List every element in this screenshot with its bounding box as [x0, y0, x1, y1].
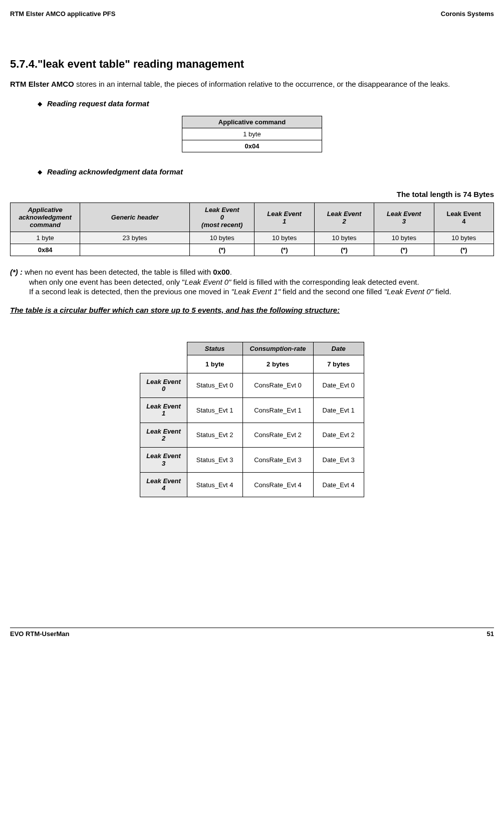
intro-rest: stores in an internal table, the pieces … [74, 80, 450, 88]
note-p1c: . [230, 268, 232, 276]
t2-s6: 10 bytes [434, 232, 493, 244]
t3-r4-c2: ConsRate_Evt 4 [242, 472, 313, 497]
t2-v2: (*) [190, 244, 255, 256]
t3-r2-c3: Date_Evt 2 [313, 423, 364, 448]
t2-h3: Leak Event1 [255, 203, 314, 232]
t2-v0: 0x84 [11, 244, 80, 256]
t3-r1-c3: Date_Evt 1 [313, 398, 364, 423]
t3-r0-c3: Date_Evt 0 [313, 373, 364, 398]
note-block: (*) : when no event has been detected, t… [10, 267, 494, 297]
t3-r2-label: Leak Event2 [140, 423, 187, 448]
length-note: The total length is 74 Bytes [10, 190, 494, 198]
t2-v6: (*) [434, 244, 493, 256]
t2-h1: Generic header [80, 203, 190, 232]
t2-v5: (*) [374, 244, 434, 256]
table-row: Leak Event3 Status_Evt 3 ConsRate_Evt 3 … [140, 448, 364, 473]
t3-r1-label: Leak Event1 [140, 398, 187, 423]
table1-header: Applicative command [182, 116, 322, 128]
table-row: Leak Event1 Status_Evt 1 ConsRate_Evt 1 … [140, 398, 364, 423]
bullet-1: ◆ Reading request data format [38, 99, 494, 108]
t2-s5: 10 bytes [374, 232, 434, 244]
footer-right: 51 [487, 630, 494, 638]
t3-sz0: 1 byte [187, 355, 242, 373]
t3-r1-c1: Status_Evt 1 [187, 398, 242, 423]
t2-v1 [80, 244, 190, 256]
t3-r3-label: Leak Event3 [140, 448, 187, 473]
t3-ch2: Date [313, 342, 364, 355]
t2-h4: Leak Event2 [314, 203, 374, 232]
t3-sz1: 2 bytes [242, 355, 313, 373]
t2-h2: Leak Event0(most recent) [190, 203, 255, 232]
note-line2: when only one event has been detected, o… [29, 277, 494, 287]
t3-r0-c2: ConsRate_Evt 0 [242, 373, 313, 398]
t3-r2-c2: ConsRate_Evt 2 [242, 423, 313, 448]
t3-ch0: Status [187, 342, 242, 355]
t2-v4: (*) [314, 244, 374, 256]
ack-data-format-table: Applicative acknowledgment command Gener… [10, 202, 494, 256]
t3-r3-c3: Date_Evt 3 [313, 448, 364, 473]
footer-left: EVO RTM-UserMan [10, 630, 69, 638]
table-row: Leak Event0 Status_Evt 0 ConsRate_Evt 0 … [140, 373, 364, 398]
intro-bold: RTM Elster AMCO [10, 80, 74, 88]
page-header: RTM Elster AMCO applicative PFS Coronis … [10, 10, 494, 18]
diamond-icon: ◆ [38, 168, 42, 175]
page-footer: EVO RTM-UserMan 51 [10, 628, 494, 638]
t3-r4-label: Leak Event4 [140, 472, 187, 497]
table-row: Leak Event2 Status_Evt 2 ConsRate_Evt 2 … [140, 423, 364, 448]
note-lead: (*) : [10, 268, 23, 276]
t3-r0-c1: Status_Evt 0 [187, 373, 242, 398]
t2-h6: Leak Event4 [434, 203, 493, 232]
t2-s3: 10 bytes [255, 232, 314, 244]
applicative-command-table: Applicative command 1 byte 0x04 [182, 116, 322, 152]
event-structure-table: Status Consumption-rate Date 1 byte 2 by… [140, 342, 364, 498]
note-p1a: when no event has been detected, the tab… [23, 268, 213, 276]
table-row: Leak Event4 Status_Evt 4 ConsRate_Evt 4 … [140, 472, 364, 497]
header-right: Coronis Systems [441, 10, 494, 18]
circular-buffer-note: The table is a circular buffer which can… [10, 306, 494, 314]
t2-h0: Applicative acknowledgment command [11, 203, 80, 232]
bullet-2-text: Reading acknowledgment data format [47, 167, 183, 176]
table1-value: 0x04 [182, 140, 322, 152]
table1-size: 1 byte [182, 128, 322, 140]
header-left: RTM Elster AMCO applicative PFS [10, 10, 115, 18]
t2-s4: 10 bytes [314, 232, 374, 244]
t3-r4-c1: Status_Evt 4 [187, 472, 242, 497]
note-line3: If a second leak is detected, then the p… [29, 287, 494, 297]
t2-s2: 10 bytes [190, 232, 255, 244]
t3-empty [140, 342, 187, 355]
t3-r0-label: Leak Event0 [140, 373, 187, 398]
t3-empty2 [140, 355, 187, 373]
intro-paragraph: RTM Elster AMCO stores in an internal ta… [10, 80, 494, 88]
bullet-1-text: Reading request data format [47, 99, 149, 108]
t3-r4-c3: Date_Evt 4 [313, 472, 364, 497]
bullet-2: ◆ Reading acknowledgment data format [38, 167, 494, 176]
t2-s1: 23 bytes [80, 232, 190, 244]
t2-s0: 1 byte [11, 232, 80, 244]
t3-r3-c2: ConsRate_Evt 3 [242, 448, 313, 473]
t2-h5: Leak Event3 [374, 203, 434, 232]
section-title: 5.7.4."leak event table" reading managem… [10, 58, 494, 71]
t3-sz2: 7 bytes [313, 355, 364, 373]
note-p1b: 0x00 [213, 268, 229, 276]
t3-r2-c1: Status_Evt 2 [187, 423, 242, 448]
t2-v3: (*) [255, 244, 314, 256]
t3-ch1: Consumption-rate [242, 342, 313, 355]
t3-r3-c1: Status_Evt 3 [187, 448, 242, 473]
diamond-icon: ◆ [38, 100, 42, 107]
t3-r1-c2: ConsRate_Evt 1 [242, 398, 313, 423]
